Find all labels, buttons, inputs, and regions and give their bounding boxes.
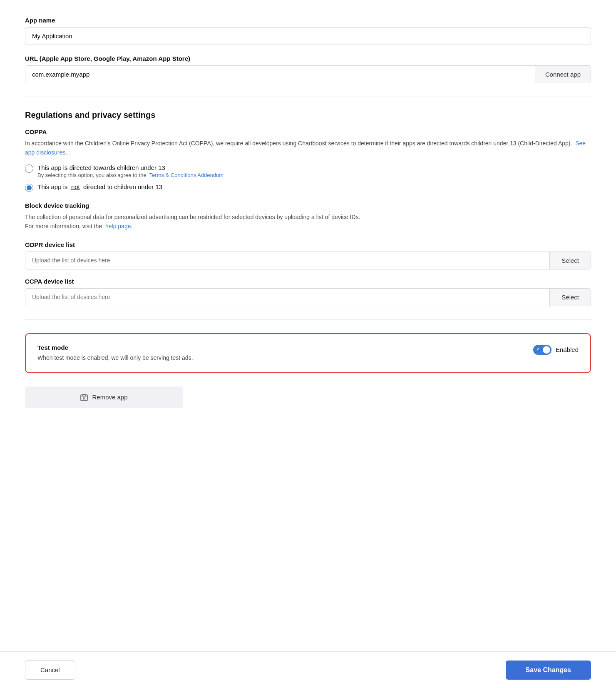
ccpa-device-list-group: CCPA device list Select bbox=[25, 278, 591, 306]
terms-conditions-link[interactable]: Terms & Conditions Addendum bbox=[149, 172, 224, 178]
coppa-description: In accordance with the Children's Online… bbox=[25, 139, 591, 157]
test-mode-description: When test mode is enabled, we will only … bbox=[37, 354, 525, 362]
ccpa-input-row: Select bbox=[25, 288, 591, 306]
help-page-link[interactable]: help page bbox=[105, 223, 131, 229]
coppa-title: COPPA bbox=[25, 128, 591, 135]
block-tracking-title: Block device tracking bbox=[25, 202, 591, 209]
coppa-radio-group: This app is directed towards children un… bbox=[25, 164, 591, 192]
connect-app-button[interactable]: Connect app bbox=[535, 66, 591, 83]
coppa-radio-2-labels: This app is not directed to children und… bbox=[37, 183, 162, 190]
coppa-radio-item-1: This app is directed towards children un… bbox=[25, 164, 591, 178]
save-changes-button[interactable]: Save Changes bbox=[506, 661, 591, 680]
url-group: URL (Apple App Store, Google Play, Amazo… bbox=[25, 55, 591, 83]
test-mode-toggle-area: ✓ Enabled bbox=[533, 345, 579, 355]
ccpa-select-button[interactable]: Select bbox=[549, 289, 591, 306]
remove-app-section: Remove app bbox=[25, 386, 591, 408]
coppa-desc-text: In accordance with the Children's Online… bbox=[25, 140, 572, 147]
remove-app-button[interactable]: Remove app bbox=[25, 386, 183, 408]
ccpa-device-input[interactable] bbox=[25, 289, 549, 306]
coppa-group: COPPA In accordance with the Children's … bbox=[25, 128, 591, 192]
coppa-radio-1-sublabel: By selecting this option, you also agree… bbox=[37, 172, 224, 178]
block-tracking-section: Block device tracking The collection of … bbox=[25, 202, 591, 231]
footer-bar: Cancel Save Changes bbox=[0, 651, 616, 688]
gdpr-device-input[interactable] bbox=[25, 252, 549, 269]
remove-app-label: Remove app bbox=[92, 394, 127, 401]
section-divider-1 bbox=[25, 97, 591, 97]
url-input-row: Connect app bbox=[25, 65, 591, 83]
section-divider-2 bbox=[25, 319, 591, 320]
cancel-button[interactable]: Cancel bbox=[25, 660, 75, 680]
gdpr-select-button[interactable]: Select bbox=[549, 252, 591, 269]
regulations-title: Regulations and privacy settings bbox=[25, 110, 591, 120]
gdpr-label: GDPR device list bbox=[25, 241, 591, 248]
block-tracking-description: The collection of personal data for pers… bbox=[25, 212, 591, 231]
svg-rect-0 bbox=[81, 395, 87, 401]
app-name-label: App name bbox=[25, 17, 591, 24]
toggle-slider bbox=[533, 345, 551, 355]
test-mode-title: Test mode bbox=[37, 344, 525, 351]
regulations-section: Regulations and privacy settings COPPA I… bbox=[25, 110, 591, 306]
coppa-radio-1-labels: This app is directed towards children un… bbox=[37, 164, 224, 178]
gdpr-input-row: Select bbox=[25, 252, 591, 269]
coppa-radio-2-label: This app is not directed to children und… bbox=[37, 183, 162, 190]
url-label: URL (Apple App Store, Google Play, Amazo… bbox=[25, 55, 591, 62]
test-mode-box: Test mode When test mode is enabled, we … bbox=[25, 333, 591, 373]
coppa-radio-1[interactable] bbox=[25, 165, 33, 173]
test-mode-content: Test mode When test mode is enabled, we … bbox=[37, 344, 525, 362]
coppa-radio-item-2: This app is not directed to children und… bbox=[25, 183, 591, 192]
test-mode-toggle[interactable]: ✓ bbox=[533, 345, 551, 355]
test-mode-enabled-label: Enabled bbox=[556, 346, 579, 353]
coppa-radio-1-label: This app is directed towards children un… bbox=[37, 164, 224, 171]
app-name-group: App name bbox=[25, 17, 591, 45]
trash-icon bbox=[80, 393, 88, 401]
ccpa-label: CCPA device list bbox=[25, 278, 591, 285]
gdpr-device-list-group: GDPR device list Select bbox=[25, 241, 591, 269]
url-input[interactable] bbox=[25, 66, 535, 83]
coppa-radio-2[interactable] bbox=[25, 184, 33, 192]
coppa-not-text: not bbox=[71, 183, 80, 190]
app-name-input[interactable] bbox=[25, 27, 591, 45]
